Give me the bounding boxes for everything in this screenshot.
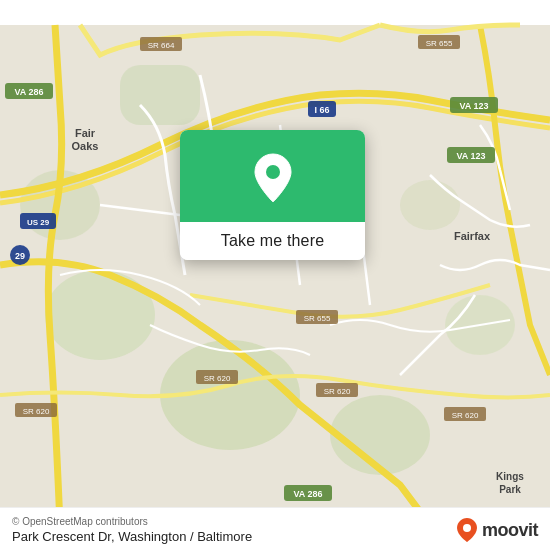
svg-text:US 29: US 29 (27, 218, 50, 227)
map-background: VA 286 VA 123 VA 123 I 66 SR 664 SR 655 … (0, 0, 550, 550)
bottom-bar: © OpenStreetMap contributors Park Cresce… (0, 507, 550, 550)
popup-button-area[interactable]: Take me there (180, 222, 365, 260)
svg-text:SR 655: SR 655 (304, 314, 331, 323)
svg-text:Oaks: Oaks (72, 140, 99, 152)
osm-credit: © OpenStreetMap contributors (12, 516, 252, 527)
svg-text:SR 620: SR 620 (23, 407, 50, 416)
svg-text:Park: Park (499, 484, 521, 495)
svg-text:SR 664: SR 664 (148, 41, 175, 50)
svg-point-7 (400, 180, 460, 230)
popup-card: Take me there (180, 130, 365, 260)
svg-text:SR 655: SR 655 (426, 39, 453, 48)
svg-text:I 66: I 66 (314, 105, 329, 115)
svg-rect-5 (120, 65, 200, 125)
svg-text:Kings: Kings (496, 471, 524, 482)
moovit-logo[interactable]: moovit (456, 517, 538, 543)
bottom-left: © OpenStreetMap contributors Park Cresce… (12, 516, 252, 544)
moovit-brand-text: moovit (482, 520, 538, 541)
moovit-pin-icon (456, 517, 478, 543)
take-me-there-button[interactable]: Take me there (221, 232, 324, 250)
svg-text:SR 620: SR 620 (204, 374, 231, 383)
svg-point-3 (330, 395, 430, 475)
svg-text:VA 286: VA 286 (14, 87, 43, 97)
location-label: Park Crescent Dr, Washington / Baltimore (12, 529, 252, 544)
svg-text:VA 123: VA 123 (459, 101, 488, 111)
location-pin-icon (250, 152, 296, 204)
svg-point-42 (463, 524, 471, 532)
svg-point-41 (266, 165, 280, 179)
svg-text:Fairfax: Fairfax (454, 230, 491, 242)
svg-text:Fair: Fair (75, 127, 96, 139)
svg-point-1 (45, 270, 155, 360)
map-container: VA 286 VA 123 VA 123 I 66 SR 664 SR 655 … (0, 0, 550, 550)
svg-text:VA 123: VA 123 (456, 151, 485, 161)
svg-text:VA 286: VA 286 (293, 489, 322, 499)
popup-green-area (180, 130, 365, 222)
svg-text:SR 620: SR 620 (452, 411, 479, 420)
svg-text:SR 620: SR 620 (324, 387, 351, 396)
svg-text:29: 29 (15, 251, 25, 261)
